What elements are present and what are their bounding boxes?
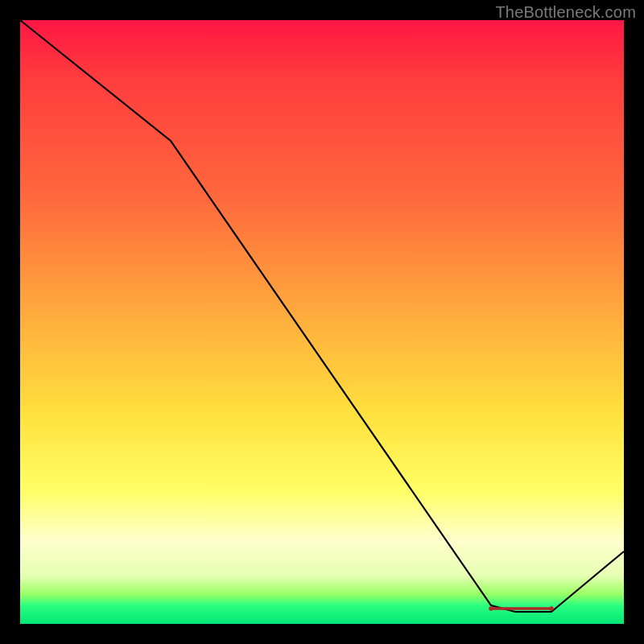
watermark-text: TheBottleneck.com [495, 3, 636, 22]
minimum-region-start-dot [489, 606, 493, 611]
minimum-region-end-dot [549, 606, 554, 611]
chart-svg [20, 20, 624, 624]
chart-container: TheBottleneck.com [0, 0, 644, 644]
bottleneck-curve-line [20, 20, 624, 612]
